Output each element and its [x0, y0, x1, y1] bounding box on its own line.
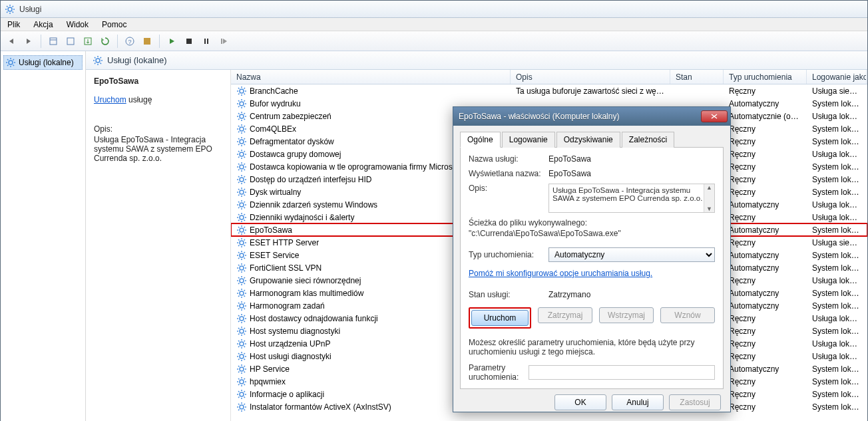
menu-pomoc[interactable]: Pomoc [95, 19, 133, 31]
service-startup: Ręczny [724, 327, 807, 336]
detail-opis-text: Usługa EpoToSawa - Integracja systemu SA… [94, 135, 222, 163]
col-typ[interactable]: Typ uruchomienia [724, 70, 807, 84]
service-logon: System lokalny [807, 188, 867, 197]
col-name[interactable]: Nazwa [231, 70, 511, 84]
gear-icon [236, 288, 247, 299]
service-logon: System lokalny [807, 175, 867, 184]
menu-akcja[interactable]: Akcja [27, 19, 59, 31]
forward-button[interactable] [21, 33, 37, 49]
tab-dependencies[interactable]: Zależności [622, 132, 674, 148]
tree-pane: Usługi (lokalne) [1, 51, 86, 421]
dialog-titlebar[interactable]: EpoToSawa - właściwości (Komputer lokaln… [453, 107, 730, 126]
service-startup: Ręczny [724, 339, 807, 349]
gear-icon [236, 250, 247, 261]
service-logon: System lokalny [807, 402, 867, 412]
start-service-suffix: usługę [126, 95, 152, 104]
service-logon: System lokalny [807, 124, 867, 134]
config-help-link[interactable]: Pomóż mi skonfigurować opcje uruchamiani… [469, 269, 652, 278]
gear-icon [236, 389, 247, 400]
start-service-link[interactable]: Uruchom [94, 95, 126, 104]
svg-rect-2 [67, 38, 74, 45]
gear-icon [236, 162, 247, 172]
service-startup: Ręczny [724, 86, 807, 96]
ok-button[interactable]: OK [554, 394, 606, 410]
label-service-name: Nazwa usługi: [469, 154, 548, 164]
scrollbar[interactable]: ▲▼ [704, 184, 714, 212]
svg-rect-9 [207, 39, 208, 44]
refresh-icon[interactable] [97, 33, 113, 49]
service-name: BranchCache [250, 86, 298, 96]
tab-logon[interactable]: Logowanie [502, 132, 555, 148]
list-header: Nazwa Opis Stan Typ uruchomienia Logowan… [231, 70, 867, 84]
service-startup: Ręczny [724, 213, 807, 222]
tab-general[interactable]: Ogólne [460, 132, 501, 148]
gear-icon [5, 4, 15, 15]
service-startup: Automatyczny [724, 99, 807, 108]
menu-widok[interactable]: Widok [60, 19, 95, 31]
label-exe-path: Ścieżka do pliku wykonywalnego: [469, 218, 715, 227]
gear-icon [236, 402, 247, 412]
service-name: Host dostawcy odnajdowania funkcji [250, 314, 378, 323]
service-name: EpoToSawa [250, 225, 292, 235]
tab-recovery[interactable]: Odzyskiwanie [556, 132, 620, 148]
startup-type-select[interactable]: Automatyczny [548, 247, 715, 262]
service-startup: Ręczny [724, 162, 807, 172]
service-logon: System lokalny [807, 162, 867, 172]
service-startup: Automatycznie (op... [724, 112, 807, 121]
restart-icon[interactable] [216, 33, 232, 49]
service-logon: Usługa lokalna [807, 276, 867, 285]
value-service-state: Zatrzymano [548, 290, 715, 299]
col-log[interactable]: Logowanie jako [807, 70, 867, 84]
close-button[interactable] [701, 110, 728, 122]
help-icon[interactable]: ? [122, 33, 138, 49]
service-name: Dziennik zdarzeń systemu Windows [250, 200, 377, 210]
service-logon: Usługa lokalna [807, 339, 867, 349]
svg-rect-6 [144, 38, 150, 45]
service-logon: System lokalny [807, 377, 867, 386]
service-logon: Usługa lokalna [807, 200, 867, 210]
table-row[interactable]: BranchCacheTa usługa buforuje zawartość … [231, 84, 867, 97]
tab-content: Nazwa usługi: EpoToSawa Wyświetlana nazw… [460, 148, 724, 389]
service-name: Centrum zabezpieczeń [250, 112, 331, 121]
export-icon[interactable] [80, 33, 96, 49]
col-stan[interactable]: Stan [670, 70, 724, 84]
cancel-button[interactable]: Anuluj [612, 394, 664, 410]
gear-icon [236, 149, 247, 160]
description-text: Usługa EpoToSawa - Integracja systemu SA… [552, 186, 702, 202]
params-input[interactable] [529, 365, 715, 380]
tree-root-item[interactable]: Usługi (lokalne) [3, 55, 83, 70]
start-button[interactable]: Uruchom [471, 310, 529, 326]
service-name: Bufor wydruku [250, 99, 301, 108]
toolbar: ? [1, 31, 867, 51]
svg-text:?: ? [128, 39, 131, 45]
service-startup: Automatyczny [724, 225, 807, 235]
label-service-state: Stan usługi: [469, 290, 548, 299]
service-startup: Ręczny [724, 276, 807, 285]
col-opis[interactable]: Opis [511, 70, 670, 84]
service-startup: Ręczny [724, 175, 807, 184]
play-icon[interactable] [164, 33, 180, 49]
pause-icon[interactable] [198, 33, 214, 49]
service-name: Harmonogram zadań [250, 301, 325, 311]
stop-icon[interactable] [181, 33, 197, 49]
list-view-icon[interactable] [45, 33, 61, 49]
properties-icon[interactable] [63, 33, 79, 49]
gear-icon [236, 124, 247, 134]
value-display-name: EpoToSawa [548, 169, 715, 178]
service-name: Dysk wirtualny [250, 188, 301, 197]
service-name: hpqwmiex [250, 377, 286, 386]
gear-icon [236, 136, 247, 147]
gear-icon [236, 301, 247, 311]
realtime-icon[interactable] [139, 33, 155, 49]
gear-icon [5, 57, 16, 68]
service-logon: Usługa lokalna [807, 213, 867, 222]
service-logon: System lokalny [807, 137, 867, 146]
label-description: Opis: [469, 184, 548, 213]
svg-rect-10 [221, 39, 222, 44]
service-startup: Automatyczny [724, 200, 807, 210]
service-name: Dzienniki wydajności i &alerty [250, 213, 354, 222]
apply-button: Zastosuj [669, 394, 721, 410]
label-params: Parametry uruchomienia: [469, 363, 529, 382]
menu-plik[interactable]: Plik [1, 19, 27, 31]
back-button[interactable] [3, 33, 19, 49]
